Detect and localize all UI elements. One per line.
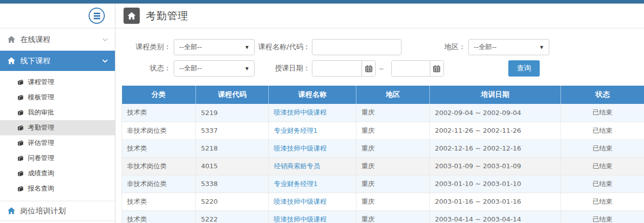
cell-region: 重庆 [356, 139, 430, 157]
submenu-item[interactable]: 模板管理 [0, 90, 115, 105]
sidebar-item-job-training-plan[interactable]: 岗位培训计划 [0, 201, 115, 221]
course-name-link[interactable]: 经销商索赔专员 [274, 162, 320, 170]
course-name-link[interactable]: 专业财务经理1 [274, 127, 317, 134]
region-label: 地区 : [401, 43, 463, 52]
date-to-input[interactable] [392, 61, 430, 76]
table-row: 非技术岗位类 5337 专业财务经理1 重庆 2002-11-26 ~ 2002… [122, 122, 644, 139]
sidebar-item-label: 岗位培训计划 [20, 206, 66, 216]
table-row: 技术类 5220 喷漆技师中级课程 重庆 2003-01-16 ~ 2003-0… [122, 193, 644, 210]
date-range-tilde: ~ [379, 65, 384, 72]
sidebar: 在线课程 线下课程 课程管理 [0, 4, 115, 223]
sidebar-toggle-row [0, 4, 115, 28]
select-caret-icon: ▼ [246, 66, 249, 71]
page-title: 考勤管理 [146, 9, 188, 23]
table-row: 技术类 5222 喷漆技师中级课程 重庆 2003-04-14 ~ 2003-0… [122, 210, 644, 223]
calendar-icon[interactable] [430, 61, 444, 76]
date-from-group [312, 60, 376, 77]
submenu-item-label: 报名查询 [28, 184, 54, 193]
search-button[interactable]: 查询 [508, 60, 540, 77]
sidebar-item-label: 在线课程 [20, 35, 51, 45]
cell-category: 技术类 [122, 104, 196, 122]
table-row: 非技术岗位类 5338 专业财务经理1 重庆 2003-01-10 ~ 2003… [122, 175, 644, 193]
category-select-value: --全部-- [179, 43, 202, 52]
col-course-code: 课程代码 [196, 86, 269, 104]
chevron-down-icon [102, 59, 108, 63]
cell-category: 技术类 [122, 193, 196, 210]
book-icon [17, 94, 24, 101]
cell-course-code: 5222 [196, 210, 269, 223]
cell-course-code: 5219 [196, 104, 269, 122]
cell-course-code: 5218 [196, 139, 269, 157]
menu-toggle-button[interactable] [89, 8, 105, 24]
cell-course-code: 5338 [196, 175, 269, 193]
calendar-icon[interactable] [361, 61, 375, 76]
cell-training-dates: 2003-01-16 ~ 2003-01-16 [430, 193, 561, 210]
status-label: 状态 : [122, 64, 169, 73]
course-name-link[interactable]: 喷漆技师中级课程 [274, 198, 327, 205]
book-icon [17, 185, 24, 192]
cell-course-code: 5337 [196, 122, 269, 139]
cell-region: 重庆 [356, 104, 430, 122]
submenu-item-label: 课程管理 [28, 78, 54, 87]
category-select[interactable]: --全部-- ▼ [174, 39, 255, 55]
submenu-item-label: 成绩查询 [28, 169, 54, 178]
table-row: 技术类 5219 喷漆技师中级课程 重庆 2002-09-04 ~ 2002-0… [122, 104, 644, 122]
submenu-item-label: 问卷管理 [28, 154, 54, 163]
col-course-name: 课程名称 [269, 86, 356, 104]
course-name-link[interactable]: 喷漆技师中级课程 [274, 215, 327, 223]
course-name-link[interactable]: 专业财务经理1 [274, 180, 317, 188]
sidebar-item-offline-courses[interactable]: 线下课程 [0, 51, 115, 71]
cell-category: 非技术岗位类 [122, 157, 196, 175]
cell-status: 已结束 [561, 193, 644, 210]
col-training-dates: 培训日期 [430, 86, 561, 104]
cell-category: 技术类 [122, 210, 196, 223]
cell-region: 重庆 [356, 157, 430, 175]
course-name-link[interactable]: 喷漆技师中级课程 [274, 108, 327, 116]
table-header-row: 分类 课程代码 课程名称 地区 培训日期 状态 [122, 86, 644, 104]
submenu-item[interactable]: 考勤管理 [0, 120, 115, 135]
filter-row-2: 状态 : --全部-- ▼ 授课日期 : [115, 60, 644, 77]
page-header: 考勤管理 [115, 4, 644, 28]
submenu-item-label: 评估管理 [28, 138, 54, 147]
submenu-item[interactable]: 问卷管理 [0, 151, 115, 166]
filter-row-1: 课程类别 : --全部-- ▼ 课程名称/代码 : 地区 : --全部-- ▼ [115, 39, 644, 55]
course-name-input[interactable] [312, 39, 401, 55]
course-name-label: 课程名称/代码 : [255, 43, 308, 52]
submenu-item[interactable]: 课程管理 [0, 75, 115, 90]
submenu-item[interactable]: 报名查询 [0, 181, 115, 196]
submenu-item[interactable]: 成绩查询 [0, 166, 115, 181]
cell-course-code: 4015 [196, 157, 269, 175]
cell-status: 已结束 [561, 157, 644, 175]
status-select-value: --全部-- [179, 64, 202, 73]
courses-table: 分类 课程代码 课程名称 地区 培训日期 状态 技术类 5219 喷漆技师中级课… [122, 86, 644, 223]
cell-status: 已结束 [561, 139, 644, 157]
region-select-value: --全部-- [474, 43, 497, 52]
page-icon-badge [124, 8, 140, 24]
course-name-link[interactable]: 喷漆技师中级课程 [274, 144, 327, 152]
cell-training-dates: 2002-12-16 ~ 2002-12-16 [430, 139, 561, 157]
select-caret-icon: ▼ [246, 45, 249, 50]
submenu-item[interactable]: 评估管理 [0, 135, 115, 151]
submenu-item-label: 模板管理 [28, 93, 54, 102]
col-category: 分类 [122, 86, 196, 104]
cell-training-dates: 2002-09-04 ~ 2002-09-04 [430, 104, 561, 122]
book-icon [17, 125, 24, 131]
offline-courses-submenu: 课程管理 模板管理 我的审批 [0, 71, 115, 200]
cell-status: 已结束 [561, 122, 644, 139]
submenu-item[interactable]: 我的审批 [0, 105, 115, 120]
cell-training-dates: 2002-11-26 ~ 2002-11-26 [430, 122, 561, 139]
sidebar-item-online-courses[interactable]: 在线课程 [0, 28, 115, 51]
cell-status: 已结束 [561, 210, 644, 223]
cell-category: 非技术岗位类 [122, 175, 196, 193]
book-icon [17, 155, 24, 162]
date-to-group [391, 60, 444, 77]
cell-training-dates: 2003-01-10 ~ 2003-01-10 [430, 175, 561, 193]
region-select[interactable]: --全部-- ▼ [468, 39, 549, 55]
chevron-down-icon [102, 38, 108, 42]
status-select[interactable]: --全部-- ▼ [174, 60, 255, 77]
table-row: 技术类 5218 喷漆技师中级课程 重庆 2002-12-16 ~ 2002-1… [122, 139, 644, 157]
book-icon [17, 109, 24, 116]
date-from-input[interactable] [312, 61, 361, 76]
cell-training-dates: 2003-04-14 ~ 2003-04-14 [430, 210, 561, 223]
cell-region: 重庆 [356, 175, 430, 193]
